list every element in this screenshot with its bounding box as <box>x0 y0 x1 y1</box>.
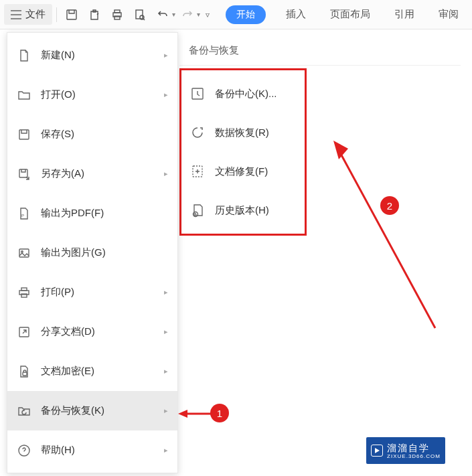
menu-help[interactable]: 帮助(H) ▸ <box>7 430 177 470</box>
svg-rect-15 <box>23 372 27 376</box>
annotation-badge-2: 2 <box>380 196 399 215</box>
chevron-right-icon: ▸ <box>164 90 168 99</box>
submenu-history[interactable]: 历史版本(H) <box>181 191 305 230</box>
redo-dropdown[interactable]: ▾ <box>177 4 200 25</box>
menu-label: 输出为PDF(F) <box>41 207 168 220</box>
svg-text:P: P <box>21 214 24 218</box>
annotation-badge-1: 1 <box>210 404 229 422</box>
svg-rect-0 <box>67 10 76 19</box>
svg-point-10 <box>21 250 23 252</box>
chevron-right-icon: ▸ <box>164 446 168 455</box>
submenu-doc-repair[interactable]: 文档修复(F) <box>181 152 305 191</box>
menu-label: 新建(N) <box>41 49 155 62</box>
chevron-right-icon: ▸ <box>164 169 168 178</box>
menu-save[interactable]: 保存(S) <box>7 114 177 154</box>
undo-icon <box>152 4 173 25</box>
customize-dropdown[interactable]: ▿ <box>202 4 215 25</box>
menu-open[interactable]: 打开(O) ▸ <box>7 75 177 114</box>
tab-layout[interactable]: 页面布局 <box>326 5 374 23</box>
svg-rect-4 <box>136 10 143 19</box>
menu-share[interactable]: 分享文档(D) ▸ <box>7 312 177 351</box>
menu-label: 保存(S) <box>41 128 168 141</box>
watermark: 溜溜自学 ZIXUE.3D66.COM <box>366 437 445 464</box>
file-label: 文件 <box>25 8 46 21</box>
help-icon <box>17 443 31 458</box>
print-icon <box>17 285 31 300</box>
menu-label: 打印(P) <box>41 286 155 299</box>
history-icon <box>189 202 206 218</box>
save-icon[interactable] <box>61 4 82 25</box>
svg-marker-24 <box>375 448 380 453</box>
play-icon <box>371 445 383 457</box>
backup-icon <box>17 404 31 418</box>
file-menu-button[interactable]: 文件 <box>4 4 52 25</box>
chevron-right-icon: ▸ <box>164 51 168 60</box>
svg-marker-21 <box>178 410 187 418</box>
chevron-right-icon: ▸ <box>164 288 168 297</box>
watermark-sub: ZIXUE.3D66.COM <box>387 453 441 459</box>
preview-icon[interactable] <box>129 4 151 25</box>
svg-rect-2 <box>114 10 120 13</box>
chevron-right-icon: ▸ <box>164 406 168 415</box>
chevron-right-icon: ▸ <box>164 327 168 336</box>
submenu-backup-center[interactable]: 备份中心(K)... <box>181 74 305 113</box>
submenu-label: 数据恢复(R) <box>215 127 269 139</box>
menu-label: 帮助(H) <box>41 444 155 457</box>
tab-review[interactable]: 审阅 <box>435 5 463 23</box>
menu-save-as[interactable]: 另存为(A) ▸ <box>7 154 177 193</box>
menu-export-pdf[interactable]: P 输出为PDF(F) <box>7 193 177 233</box>
menu-export-image[interactable]: 输出为图片(G) <box>7 233 177 272</box>
submenu-highlight-box: 备份中心(K)... 数据恢复(R) 文档修复(F) 历史版本(H) <box>179 68 307 236</box>
menu-backup-restore[interactable]: 备份与恢复(K) ▸ <box>7 391 177 430</box>
submenu-label: 历史版本(H) <box>215 204 269 217</box>
toolbar: 文件 ▾ ▾ ▿ 开始 插入 页面布局 引用 审阅 <box>0 0 472 29</box>
menu-label: 备份与恢复(K) <box>41 404 155 417</box>
image-icon <box>17 246 31 260</box>
save-as-icon <box>17 167 31 181</box>
menu-label: 分享文档(D) <box>41 325 155 338</box>
svg-rect-12 <box>21 288 27 291</box>
hamburger-icon <box>11 10 21 19</box>
menu-label: 另存为(A) <box>41 167 155 180</box>
ribbon-tabs: 开始 插入 页面布局 引用 审阅 <box>226 5 463 24</box>
new-file-icon <box>17 48 31 63</box>
submenu-data-recover[interactable]: 数据恢复(R) <box>181 113 305 152</box>
backup-center-icon <box>189 86 206 102</box>
chevron-down-icon: ▾ <box>172 11 175 18</box>
annotation-arrow-1 <box>178 407 213 420</box>
tab-reference[interactable]: 引用 <box>390 5 418 23</box>
menu-new[interactable]: 新建(N) ▸ <box>7 35 177 75</box>
undo-dropdown[interactable]: ▾ <box>152 4 175 25</box>
submenu-label: 文档修复(F) <box>215 165 268 178</box>
tab-start[interactable]: 开始 <box>226 5 266 24</box>
paste-icon[interactable] <box>84 4 105 25</box>
chevron-down-icon: ▾ <box>197 11 200 18</box>
menu-label: 输出为图片(G) <box>41 246 168 259</box>
svg-rect-9 <box>19 249 29 257</box>
submenu-panel: 备份与恢复 备份中心(K)... 数据恢复(R) 文档修复(F) 历史版本(H) <box>179 40 472 236</box>
svg-rect-6 <box>19 130 29 139</box>
print-icon[interactable] <box>106 4 128 25</box>
chevron-down-icon: ▿ <box>206 10 210 19</box>
share-icon <box>17 325 31 339</box>
doc-repair-icon <box>189 163 206 179</box>
folder-open-icon <box>17 88 31 102</box>
submenu-title: 备份与恢复 <box>179 40 461 66</box>
separator <box>56 7 57 22</box>
menu-label: 文档加密(E) <box>41 365 155 378</box>
svg-rect-7 <box>19 169 27 177</box>
submenu-label: 备份中心(K)... <box>215 88 277 100</box>
menu-print[interactable]: 打印(P) ▸ <box>7 272 177 312</box>
chevron-right-icon: ▸ <box>164 367 168 376</box>
pdf-icon: P <box>17 206 31 221</box>
save-icon <box>17 127 31 142</box>
redo-icon <box>177 4 198 25</box>
tab-insert[interactable]: 插入 <box>282 5 310 23</box>
file-menu-panel: 新建(N) ▸ 打开(O) ▸ 保存(S) 另存为(A) ▸ P 输出为PDF(… <box>7 32 178 473</box>
recover-icon <box>189 125 206 141</box>
lock-file-icon <box>17 364 31 379</box>
menu-label: 打开(O) <box>41 88 155 101</box>
menu-encrypt[interactable]: 文档加密(E) ▸ <box>7 351 177 391</box>
